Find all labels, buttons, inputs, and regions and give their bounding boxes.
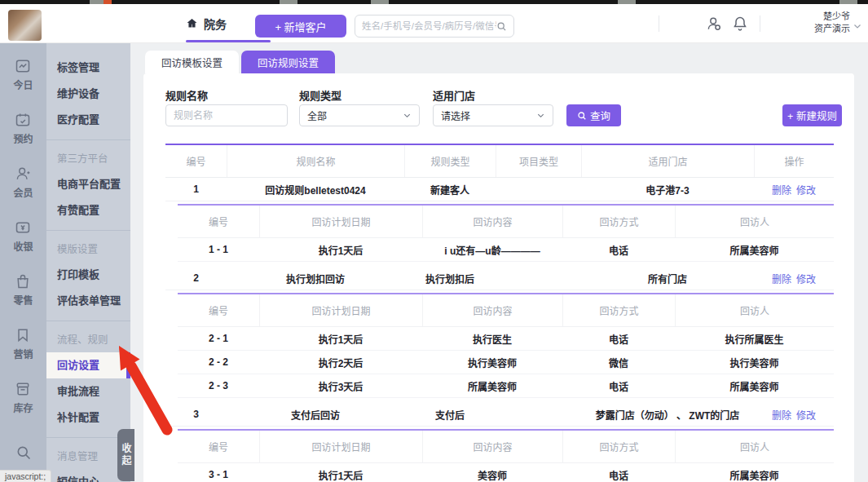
header-divider — [760, 15, 760, 32]
delete-link[interactable]: 删除 — [772, 272, 791, 285]
followup-person: 执行所属医生 — [675, 327, 834, 350]
sub-table-row: 2 - 2 执行2天后 执行美容师 微信 执行美容师 — [178, 351, 834, 374]
applicable-stores: 电子港7-3 — [581, 178, 754, 201]
nav-retail[interactable]: 零售 — [13, 273, 33, 307]
app-header: 院务 + 新增客户 楚少爷 资产演示 — [0, 4, 868, 43]
tab-followup-rule-settings[interactable]: 回访规则设置 — [241, 51, 335, 73]
sidebar-divider — [46, 321, 130, 321]
sidebar-item-followup-settings[interactable]: 回访设置 — [46, 352, 130, 378]
table-header-row: 编号 规则名称 规则类型 项目类型 适用门店 操作 — [165, 145, 834, 178]
global-search-input[interactable] — [362, 21, 496, 31]
project-type — [496, 267, 581, 290]
edit-link[interactable]: 修改 — [796, 408, 816, 422]
followup-method: 电话 — [562, 374, 675, 397]
nav-members-label: 会员 — [13, 185, 33, 199]
followup-method: 电话 — [562, 327, 675, 350]
followup-content: 所属美容师 — [422, 374, 562, 397]
content-tabs: 回访模板设置 回访规则设置 — [145, 51, 335, 73]
tab-followup-template-settings[interactable]: 回访模板设置 — [145, 51, 239, 73]
query-button-label: 查询 — [590, 108, 610, 123]
nav-marketing-label: 营销 — [13, 347, 33, 360]
nav-appointments[interactable]: 预约 — [13, 112, 33, 145]
rule-id: 3 — [165, 403, 227, 426]
nav-active-underline — [186, 40, 271, 42]
sub-col-header-plan-date: 回访计划日期 — [259, 431, 422, 462]
edit-link[interactable]: 修改 — [796, 183, 816, 197]
sidebar-item-medical-config[interactable]: 医疗配置 — [46, 107, 130, 133]
query-button[interactable]: 查询 — [566, 104, 621, 126]
nav-marketing[interactable]: 营销 — [13, 327, 33, 360]
sidebar-item-injection-config[interactable]: 补针配置 — [46, 405, 130, 431]
delete-link[interactable]: 删除 — [772, 183, 791, 197]
project-type — [496, 403, 581, 426]
sidebar-item-print-template[interactable]: 打印模板 — [46, 262, 130, 288]
nav-cashier-label: 收银 — [13, 239, 33, 253]
col-header-stores: 适用门店 — [581, 145, 754, 177]
followup-content: 执行美容师 — [422, 351, 562, 374]
sidebar-collapse-button[interactable]: 收起 — [117, 429, 134, 481]
sidebar-section-third-party: 第三方平台 — [46, 147, 130, 171]
rule-type-select[interactable]: 全部 — [299, 104, 420, 126]
store-select[interactable]: 请选择 — [433, 104, 553, 126]
followup-plan-date: 执行1天后 — [259, 327, 422, 350]
sidebar-section-template-settings: 模版设置 — [46, 237, 130, 262]
sub-col-header-content: 回访内容 — [422, 206, 562, 237]
sidebar-section-process-rules: 流程、规则 — [46, 328, 130, 352]
sub-col-header-id: 编号 — [178, 431, 259, 462]
rule-name-input[interactable] — [174, 110, 280, 122]
edit-link[interactable]: 修改 — [796, 272, 816, 285]
chevron-down-icon — [403, 111, 412, 120]
nav-inventory[interactable]: 库存 — [13, 381, 33, 414]
new-customer-button[interactable]: + 新增客户 — [255, 15, 346, 38]
sidebar-item-ecommerce-config[interactable]: 电商平台配置 — [46, 171, 130, 197]
delete-link[interactable]: 删除 — [772, 408, 791, 422]
link-status-tooltip: javascript:; — [0, 470, 51, 482]
main-content: 回访模板设置 回访规则设置 规则名称 规则类型 适用门店 全部 请选择 查询 +… — [130, 43, 868, 482]
browser-tab-remnant — [839, 0, 857, 4]
nav-members[interactable]: 会员 — [13, 166, 33, 199]
new-rule-button[interactable]: + 新建规则 — [782, 104, 842, 126]
sidebar-item-tag-management[interactable]: 标签管理 — [46, 55, 130, 81]
project-type — [496, 178, 581, 201]
followup-plan-date: 执行1天后 — [259, 238, 422, 261]
col-header-project-type: 项目类型 — [496, 145, 581, 177]
global-search[interactable] — [355, 15, 514, 38]
browser-tab-remnant — [371, 0, 389, 4]
search-icon[interactable] — [496, 21, 507, 32]
browser-edge-strip — [0, 0, 868, 4]
nav-hospital-affairs[interactable]: 院务 — [171, 4, 241, 42]
col-header-rule-name: 规则名称 — [227, 145, 404, 177]
rule-name: 支付后回访 — [227, 403, 404, 426]
logo-image — [8, 10, 42, 41]
sub-col-header-person: 回访人 — [675, 431, 834, 462]
sub-col-header-content: 回访内容 — [422, 431, 562, 462]
sidebar-item-approval-flow[interactable]: 审批流程 — [46, 378, 130, 405]
notification-bell-icon[interactable] — [732, 15, 748, 32]
chevron-down-icon[interactable] — [853, 21, 862, 31]
sub-col-header-id: 编号 — [178, 294, 259, 326]
nav-cashier[interactable]: 收银 — [13, 219, 33, 253]
followup-rules-panel: 规则名称 规则类型 适用门店 全部 请选择 查询 + 新建规则 编号 规则名称 — [143, 73, 854, 482]
sub-col-header-plan-date: 回访计划日期 — [259, 206, 422, 237]
sidebar-search-icon[interactable] — [15, 444, 32, 461]
user-info[interactable]: 楚少爷 资产演示 — [803, 11, 850, 35]
search-icon — [577, 111, 587, 121]
sidebar-divider — [46, 139, 130, 140]
nav-today[interactable]: 今日 — [13, 58, 33, 91]
sidebar-item-device-maintenance[interactable]: 维护设备 — [46, 81, 130, 107]
sub-col-header-method: 回访方式 — [562, 206, 675, 237]
table-body: 1 回访规则belletest0424 新建客人 电子港7-3 删除 修改 编号… — [165, 178, 834, 482]
browser-tab-remnant — [280, 0, 297, 4]
nav-today-label: 今日 — [13, 77, 33, 91]
rule-type: 新建客人 — [404, 178, 496, 201]
sub-col-header-method: 回访方式 — [562, 294, 675, 326]
add-member-icon[interactable] — [706, 15, 722, 32]
user-org: 资产演示 — [803, 23, 850, 35]
sub-table-row: 2 - 3 执行3天后 所属美容师 电话 所属美容师 — [178, 374, 834, 398]
followup-content: i u还有—u龄———— — [422, 238, 562, 261]
sub-table: 编号 回访计划日期 回访内容 回访方式 回访人 3 - 1 执行1天后 美容师 … — [178, 429, 834, 482]
rule-name-field[interactable] — [165, 104, 288, 126]
sidebar-item-evaluation-forms[interactable]: 评估表单管理 — [46, 288, 130, 314]
chart-icon — [15, 58, 31, 74]
sidebar-item-youzan-config[interactable]: 有赞配置 — [46, 197, 130, 223]
